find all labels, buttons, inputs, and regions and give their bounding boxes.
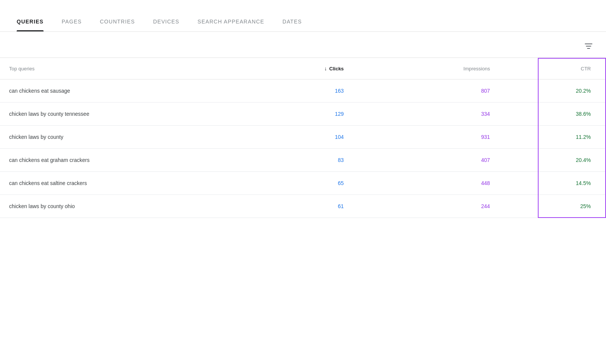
tab-pages[interactable]: PAGES	[53, 19, 91, 31]
queries-table: Top queries ↓Clicks Impressions CTR can …	[0, 58, 606, 218]
cell-impressions: 244	[374, 195, 513, 218]
sort-arrow-icon: ↓	[324, 65, 327, 72]
cell-clicks: 83	[234, 149, 374, 172]
cell-clicks: 104	[234, 126, 374, 149]
cell-ctr: 20.2%	[513, 79, 606, 103]
table-row[interactable]: can chickens eat sausage16380720.2%	[0, 79, 606, 103]
tab-devices[interactable]: DEVICES	[144, 19, 188, 31]
tab-queries[interactable]: QUERIES	[8, 19, 53, 31]
cell-query: can chickens eat sausage	[0, 79, 234, 103]
col-header-impressions[interactable]: Impressions	[374, 58, 513, 79]
cell-ctr: 38.6%	[513, 103, 606, 126]
tab-dates[interactable]: DATES	[273, 19, 311, 31]
cell-impressions: 931	[374, 126, 513, 149]
filter-icon[interactable]	[582, 40, 595, 52]
cell-impressions: 334	[374, 103, 513, 126]
cell-ctr: 25%	[513, 195, 606, 218]
table-row[interactable]: chicken laws by county tennessee12933438…	[0, 103, 606, 126]
cell-clicks: 61	[234, 195, 374, 218]
tabs-bar: QUERIES PAGES COUNTRIES DEVICES SEARCH A…	[0, 0, 606, 32]
cell-query: can chickens eat graham crackers	[0, 149, 234, 172]
cell-clicks: 129	[234, 103, 374, 126]
cell-impressions: 448	[374, 172, 513, 195]
data-table-container: Top queries ↓Clicks Impressions CTR can …	[0, 58, 606, 218]
col-header-clicks[interactable]: ↓Clicks	[234, 58, 374, 79]
tab-countries[interactable]: COUNTRIES	[91, 19, 144, 31]
col-header-query: Top queries	[0, 58, 234, 79]
cell-ctr: 20.4%	[513, 149, 606, 172]
cell-query: chicken laws by county	[0, 126, 234, 149]
cell-query: chicken laws by county ohio	[0, 195, 234, 218]
cell-clicks: 65	[234, 172, 374, 195]
cell-impressions: 807	[374, 79, 513, 103]
cell-ctr: 14.5%	[513, 172, 606, 195]
cell-impressions: 407	[374, 149, 513, 172]
table-row[interactable]: can chickens eat saltine crackers6544814…	[0, 172, 606, 195]
table-row[interactable]: can chickens eat graham crackers8340720.…	[0, 149, 606, 172]
tab-search-appearance[interactable]: SEARCH APPEARANCE	[189, 19, 273, 31]
table-row[interactable]: chicken laws by county ohio6124425%	[0, 195, 606, 218]
cell-clicks: 163	[234, 79, 374, 103]
cell-ctr: 11.2%	[513, 126, 606, 149]
col-header-ctr[interactable]: CTR	[513, 58, 606, 79]
table-row[interactable]: chicken laws by county10493111.2%	[0, 126, 606, 149]
cell-query: chicken laws by county tennessee	[0, 103, 234, 126]
cell-query: can chickens eat saltine crackers	[0, 172, 234, 195]
filter-bar	[0, 32, 606, 58]
